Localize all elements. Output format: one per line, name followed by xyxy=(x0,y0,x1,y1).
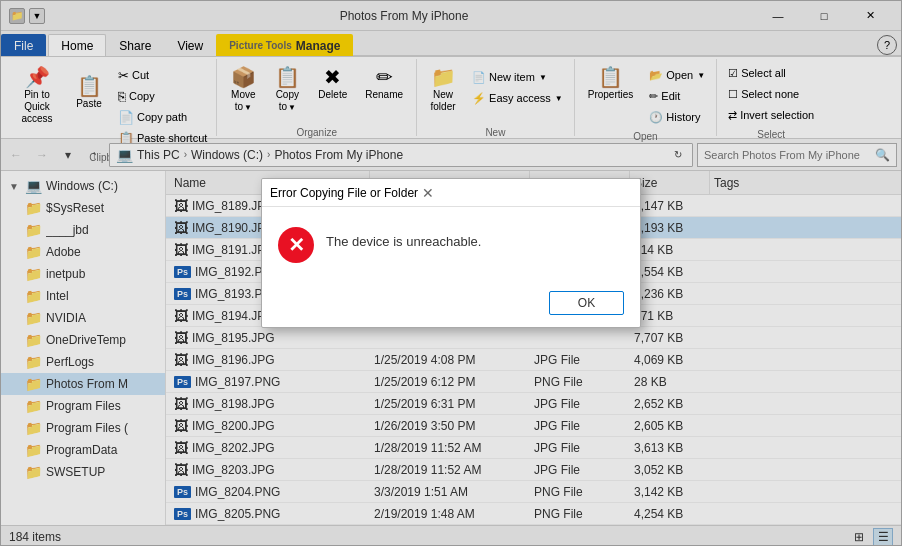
dialog-footer: OK xyxy=(262,283,640,327)
error-icon: ✕ xyxy=(278,227,314,263)
dialog-message: The device is unreachable. xyxy=(326,227,481,251)
dialog-title: Error Copying File or Folder xyxy=(270,186,418,200)
error-dialog: Error Copying File or Folder ✕ ✕ The dev… xyxy=(261,178,641,328)
dialog-ok-button[interactable]: OK xyxy=(549,291,624,315)
dialog-close-button[interactable]: ✕ xyxy=(418,183,438,203)
dialog-overlay: Error Copying File or Folder ✕ ✕ The dev… xyxy=(1,1,901,545)
dialog-title-bar: Error Copying File or Folder ✕ xyxy=(262,179,640,207)
dialog-content: ✕ The device is unreachable. xyxy=(262,207,640,283)
